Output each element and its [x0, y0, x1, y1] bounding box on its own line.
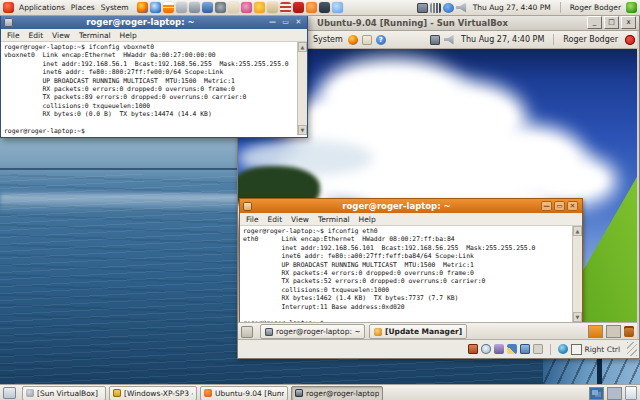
remote-viewer-icon[interactable] [189, 2, 200, 13]
notes-icon[interactable] [267, 2, 278, 13]
task-label: roger@roger-laptop: ~ [276, 327, 360, 336]
host-clock[interactable]: Thu Aug 27, 4:40 PM [473, 3, 551, 12]
scroll-down-icon[interactable]: ▼ [573, 312, 582, 322]
launcher-icons [136, 2, 344, 13]
user-switcher-icon[interactable] [626, 2, 637, 13]
guest-terminal-menubar: File Edit View Terminal Help [240, 213, 582, 226]
menu-file[interactable]: File [246, 215, 259, 224]
vlc-icon[interactable] [163, 2, 174, 13]
camera-icon[interactable] [215, 2, 226, 13]
usb-icon[interactable] [533, 344, 543, 354]
guest-display-icon[interactable] [430, 35, 440, 45]
finance-icon[interactable] [280, 2, 291, 13]
task-label: [Sun VirtualBox] [37, 389, 98, 398]
guest-trash-icon[interactable] [624, 326, 634, 337]
menu-edit[interactable]: Edit [268, 215, 283, 224]
scroll-up-icon[interactable]: ▲ [298, 42, 307, 52]
shared-clipboard-icon[interactable] [507, 344, 517, 354]
host-terminal-titlebar[interactable]: roger@roger-laptop: ~ — ▭ ✕ [1, 15, 307, 29]
menu-file[interactable]: File [7, 31, 20, 40]
taskbar-windows-xp-vm[interactable]: [Windows-XP-SP3 - VM... [109, 386, 197, 400]
maximize-button[interactable]: ▭ [281, 16, 290, 28]
show-desktop-button[interactable] [3, 387, 16, 399]
guest-menu-system[interactable]: System [310, 32, 346, 47]
virtualbox-window-buttons: _ □ x [587, 16, 636, 29]
host-taskbar-right [589, 386, 637, 400]
status-separator [550, 344, 551, 355]
signal-strength-icon[interactable] [430, 3, 441, 13]
menu-help[interactable]: Help [359, 215, 376, 224]
network-adapter-icon[interactable] [494, 344, 504, 354]
support-icon[interactable] [306, 2, 317, 13]
display-settings-icon[interactable] [202, 2, 213, 13]
window-list-icon[interactable] [176, 2, 187, 13]
host-terminal-window: roger@roger-laptop: ~ — ▭ ✕ File Edit Vi… [0, 14, 308, 138]
virtualbox-statusbar: Right Ctrl [238, 339, 639, 358]
host-trash-icon[interactable] [625, 386, 637, 400]
menu-terminal[interactable]: Terminal [79, 31, 111, 40]
help-globe-icon[interactable] [332, 2, 343, 13]
distro-logo-icon[interactable] [3, 2, 14, 13]
menu-view[interactable]: View [291, 215, 309, 224]
filezilla-icon[interactable] [293, 2, 304, 13]
minimize-button[interactable]: _ [587, 16, 602, 29]
media-player-icon[interactable] [241, 2, 252, 13]
guest-show-desktop-button[interactable] [241, 326, 253, 338]
bluetooth-icon[interactable] [443, 3, 454, 13]
menu-help[interactable]: Help [120, 31, 137, 40]
guest-volume-icon[interactable] [444, 35, 454, 45]
firefox-icon[interactable] [137, 2, 148, 13]
guest-taskbar-terminal[interactable]: roger@roger-laptop: ~ [260, 324, 365, 339]
virtualbox-icon [26, 389, 34, 397]
web-browser-icon[interactable] [150, 2, 161, 13]
scroll-up-icon[interactable]: ▲ [573, 226, 582, 236]
guest-workspace-1[interactable] [588, 325, 603, 338]
maximize-button[interactable]: ▭ [554, 201, 565, 211]
taskbar-sun-virtualbox[interactable]: [Sun VirtualBox] [22, 386, 106, 400]
guest-terminal-title: roger@roger-laptop: ~ [252, 201, 541, 211]
menu-edit[interactable]: Edit [29, 31, 44, 40]
minimize-button[interactable]: — [268, 16, 277, 28]
email-icon[interactable] [228, 2, 239, 13]
host-workspace-2[interactable] [607, 387, 622, 400]
shared-folder-icon[interactable] [520, 344, 530, 354]
guest-firefox-icon[interactable] [348, 35, 358, 45]
host-workspace-1[interactable] [589, 387, 604, 400]
character-map-icon[interactable] [319, 2, 330, 13]
guest-terminal-body[interactable]: roger@roger-laptop:~$ ifconfig eth0 eth0… [240, 226, 582, 322]
menu-places[interactable]: Places [68, 0, 98, 15]
network-manager-icon[interactable] [417, 3, 428, 13]
menu-terminal[interactable]: Terminal [318, 215, 350, 224]
guest-taskbar-update-manager[interactable]: [Update Manager] [369, 324, 467, 339]
taskbar-ubuntu-vm[interactable]: Ubuntu-9.04 [Running]... [200, 386, 288, 400]
taskbar-host-terminal[interactable]: roger@roger-laptop: ~ [291, 386, 383, 400]
maximize-button[interactable]: □ [604, 16, 619, 29]
guest-workspace-2[interactable] [606, 325, 621, 338]
guest-terminal-scrollbar[interactable]: ▲ ▼ [572, 226, 582, 322]
guest-quit-icon[interactable] [625, 35, 635, 45]
cdrom-icon[interactable] [481, 344, 491, 354]
guest-mail-icon[interactable] [362, 35, 372, 45]
host-user-menu[interactable]: Roger Bodger [570, 3, 621, 12]
guest-help-icon[interactable]: ? [376, 35, 386, 45]
close-button[interactable]: x [621, 16, 636, 29]
guest-clock[interactable]: Thu Aug 27, 4:40 PM [461, 35, 544, 44]
close-button[interactable]: ✕ [294, 16, 303, 28]
resize-grip[interactable] [627, 342, 637, 356]
virtualbox-status-icons: Right Ctrl [468, 342, 639, 356]
guest-user-menu[interactable]: Roger Bodger [563, 35, 618, 44]
host-terminal-scrollbar[interactable]: ▲ ▼ [297, 42, 307, 135]
harddisk-icon[interactable] [468, 344, 478, 354]
desktop: Applications Places System Thu Aug 27, 4… [0, 0, 640, 400]
guest-terminal-titlebar[interactable]: roger@roger-laptop: ~ — ▭ ✕ [240, 199, 582, 213]
menu-applications[interactable]: Applications [16, 0, 68, 15]
host-terminal-body[interactable]: roger@roger-laptop:~$ ifconfig vboxnet0 … [1, 42, 307, 135]
volume-icon[interactable] [456, 3, 467, 13]
host-system-tray: Thu Aug 27, 4:40 PM Roger Bodger [416, 2, 640, 13]
instant-messenger-icon[interactable] [254, 2, 265, 13]
menu-system[interactable]: System [98, 0, 132, 15]
minimize-button[interactable]: — [541, 201, 552, 211]
scroll-down-icon[interactable]: ▼ [298, 125, 307, 135]
menu-view[interactable]: View [52, 31, 70, 40]
close-button[interactable]: ✕ [567, 201, 578, 211]
